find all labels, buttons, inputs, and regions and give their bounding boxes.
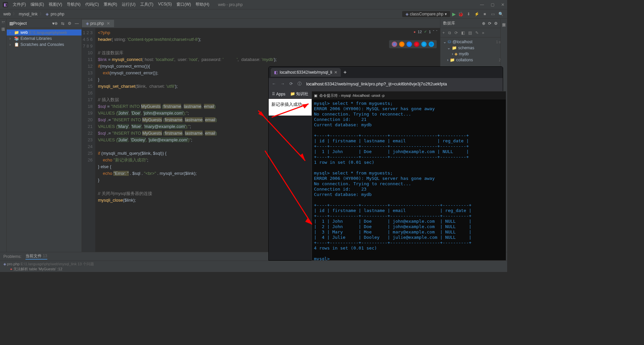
menu-run[interactable]: 运行(U)	[120, 1, 138, 8]
chevron-down-icon[interactable]: ˇ	[436, 30, 437, 34]
db-item-collations[interactable]: › 📁 collations 270	[440, 57, 507, 63]
problem-item[interactable]: ● 无法解析 table 'MyGuests' :12	[3, 267, 504, 272]
problem-count: 13 个问题	[77, 262, 94, 266]
editor-tabs: ◈ pro.php ✕	[82, 19, 440, 28]
safari-icon[interactable]	[407, 42, 412, 47]
edge-icon[interactable]	[429, 42, 434, 47]
run-config-selector[interactable]: ◈ classCompare.php ▾	[402, 11, 450, 17]
chevron-up-icon[interactable]: ˆ	[433, 30, 434, 34]
menu-edit[interactable]: 编辑(E)	[29, 1, 46, 8]
menu-navigate[interactable]: 导航(N)	[65, 1, 83, 8]
stop-icon[interactable]: ◧	[461, 30, 465, 35]
menu-help[interactable]: 帮助(H)	[194, 1, 211, 8]
menu-code[interactable]: 代码(C)	[83, 1, 101, 8]
tree-label: External Libraries	[20, 36, 52, 41]
select-opened-file-icon[interactable]: ⊕	[54, 21, 58, 26]
profile-icon[interactable]: ⚡	[474, 12, 480, 16]
forward-icon[interactable]: →	[281, 81, 285, 86]
project-view-icon: ▤	[9, 21, 13, 26]
menu-vcs[interactable]: VCS(S)	[156, 1, 174, 8]
minimize-icon[interactable]: —	[480, 2, 484, 7]
firefox-icon[interactable]	[399, 42, 405, 47]
gear-icon[interactable]: ⚙	[494, 21, 498, 26]
problem-file: pro.php	[7, 262, 19, 266]
bookmark-folder[interactable]: 📁 知识社	[290, 91, 308, 97]
tab-current-file[interactable]: 当前文件 13	[25, 253, 47, 260]
menu-tools[interactable]: 工具(T)	[138, 1, 155, 8]
run-button[interactable]: ▶	[452, 11, 456, 17]
problems-list: ◈ pro.php E:\1.language\php\web\mysql_li…	[0, 261, 507, 272]
apps-bookmark[interactable]: ⠿ Apps	[272, 92, 285, 96]
db-panel-header: 数据库 ⊕ ⟳ ⚙ —	[440, 19, 507, 28]
add-icon[interactable]: +	[442, 30, 445, 35]
expand-all-icon[interactable]: ⇆	[61, 21, 64, 26]
close-tab-icon[interactable]: ✕	[107, 21, 110, 26]
refresh-icon[interactable]: ⟳	[488, 21, 491, 26]
new-tab-button[interactable]: +	[343, 69, 346, 75]
php-file-icon: ◈	[406, 12, 409, 16]
opera-icon[interactable]	[414, 42, 419, 47]
breadcrumb-item[interactable]: pro.php	[51, 12, 64, 16]
db-item-schemas[interactable]: ⌄ 📁 schemas 1	[440, 45, 507, 51]
app-logo-icon: ◧	[274, 70, 278, 75]
address-input[interactable]: localhost:63342/web/mysql_link/pro.php?_…	[306, 81, 499, 86]
console-icon[interactable]: ✎	[475, 30, 479, 35]
browser-address-bar: ← → ⟳ ⓘ localhost:63342/web/mysql_link/p…	[269, 78, 503, 89]
menu-view[interactable]: 视图(V)	[47, 1, 64, 8]
chevron-right-icon: 〉	[40, 11, 44, 17]
tree-item-web[interactable]: › 📁 web E:\1.language\php\web	[7, 29, 82, 36]
problem-path: E:\1.language\php\web\mysql_link	[20, 262, 76, 266]
ie-icon[interactable]	[421, 42, 427, 47]
left-tool-stripe: 1: 项目 7: Structure 2: Favorites	[0, 19, 7, 252]
reload-icon[interactable]: ⟳	[289, 81, 293, 86]
gear-icon[interactable]: ⚙	[68, 21, 71, 26]
panel-title[interactable]: Project	[13, 21, 52, 26]
cmd-titlebar: ▣ 命令提示符 - mysql -hlocalhost -uroot -p	[312, 91, 506, 99]
menu-window[interactable]: 窗口(W)	[174, 1, 193, 8]
project-tool-button[interactable]: 1: 项目	[0, 19, 6, 252]
info-icon[interactable]: ⓘ	[298, 81, 302, 87]
debug-button[interactable]: 🐞	[458, 11, 464, 17]
stop-icon[interactable]: ■	[482, 12, 488, 16]
browser-tab[interactable]: ◧ localhost:63342/web/mysql_li ✕	[271, 68, 341, 77]
duplicate-icon[interactable]: ⧉	[448, 30, 451, 35]
menu-refactor[interactable]: 重构(R)	[102, 1, 119, 8]
cmd-icon: ▣	[314, 93, 317, 98]
window-title: web - pro.php	[218, 2, 243, 7]
coverage-icon[interactable]: ⬇	[466, 12, 472, 16]
filter-icon[interactable]: ▤	[468, 30, 472, 35]
maximize-icon[interactable]: ▢	[491, 2, 494, 7]
target-icon[interactable]: ⊕	[482, 21, 485, 26]
problem-file-row[interactable]: ◈ pro.php E:\1.language\php\web\mysql_li…	[3, 262, 504, 267]
tree-item-external-libs[interactable]: › 📚 External Libraries	[7, 36, 82, 42]
db-item-localhost[interactable]: ⌄ ⛁ @localhost 1 of 8	[440, 39, 507, 45]
tab-pro-php[interactable]: ◈ pro.php ✕	[82, 20, 114, 27]
toolbar-right: ◈ classCompare.php ▾ ▶ 🐞 ⬇ ⚡ ■ ▭ 🔍	[402, 11, 504, 17]
tree-item-scratches[interactable]: › 📋 Scratches and Consoles	[7, 42, 82, 48]
search-icon[interactable]: 🔍	[498, 12, 504, 16]
more-icon[interactable]: »	[482, 30, 484, 35]
cmd-output[interactable]: mysql> select * from myguests; ERROR 200…	[312, 99, 506, 261]
schema-icon: ◆	[454, 52, 458, 56]
db-item-mydb[interactable]: › ◆ mydb	[440, 51, 507, 57]
chevron-right-icon: ›	[9, 30, 13, 35]
project-panel-header: ▤ Project ▾ ⊕ ⇆ ⚙ —	[7, 19, 82, 28]
error-count: 12	[418, 30, 422, 34]
hide-icon[interactable]: —	[75, 21, 79, 26]
menu-file[interactable]: 文件(F)	[11, 1, 28, 8]
db-tree: ⌄ ⛁ @localhost 1 of 8 ⌄ 📁 schemas 1 › ◆ …	[440, 38, 507, 64]
close-icon[interactable]: ✕	[501, 2, 504, 7]
tree-label: web	[20, 30, 28, 35]
layout-icon[interactable]: ▭	[490, 12, 496, 16]
breadcrumb-item[interactable]: mysql_link	[19, 12, 38, 16]
inspection-badges[interactable]: ●12 ✓1 ˆ ˇ	[414, 29, 437, 34]
refresh-icon[interactable]: ⟳	[454, 30, 458, 35]
error-icon: ●	[10, 267, 12, 271]
close-tab-icon[interactable]: ✕	[334, 70, 337, 75]
chrome-icon[interactable]	[392, 42, 397, 47]
back-icon[interactable]: ←	[272, 81, 276, 86]
chevron-down-icon: ⌄	[447, 46, 450, 50]
folder-icon: 📁	[14, 30, 19, 35]
breadcrumb-item[interactable]: web	[3, 12, 11, 16]
browser-tab-bar: ◧ localhost:63342/web/mysql_li ✕ +	[269, 67, 503, 78]
